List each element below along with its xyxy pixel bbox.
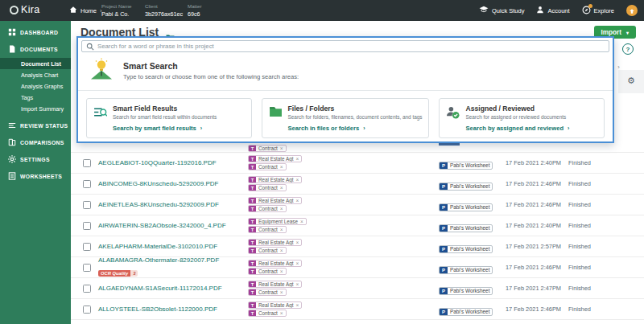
row-checkbox[interactable]: [83, 243, 91, 251]
home-link[interactable]: Home ›: [69, 0, 102, 21]
tag-chip[interactable]: TContract×: [248, 145, 287, 152]
tag-remove-icon[interactable]: ×: [295, 240, 301, 245]
client-value: 3b2976ax61ec: [145, 10, 183, 18]
explore-button[interactable]: Explore: [582, 6, 614, 16]
row-checkbox[interactable]: [83, 285, 91, 293]
tag-remove-icon[interactable]: ×: [280, 227, 286, 232]
account-button[interactable]: Account: [536, 6, 569, 15]
row-checkbox[interactable]: [83, 264, 91, 272]
tag-chip[interactable]: TContract×: [248, 289, 287, 296]
tag-chip[interactable]: TReal Estate Agt×: [248, 260, 302, 267]
search-input[interactable]: [97, 43, 605, 50]
tag-chip[interactable]: TReal Estate Agt×: [248, 281, 302, 288]
tag-remove-icon[interactable]: ×: [295, 260, 301, 266]
sidebar-subitem-analysis-graphs[interactable]: Analysis Graphs: [0, 80, 71, 92]
sidebar-item-comparisons[interactable]: COMPARISONS: [0, 134, 71, 151]
sidebar-subitem-import-summary[interactable]: Import Summary: [0, 103, 71, 114]
kira-logo[interactable]: Kira: [10, 4, 39, 15]
search-in-files-link[interactable]: Search in files or folders ›: [288, 125, 423, 132]
row-checkbox[interactable]: [83, 180, 91, 188]
upload-fab-button[interactable]: [626, 5, 638, 16]
tag-remove-icon[interactable]: ×: [280, 248, 286, 253]
document-link[interactable]: ALABAMAGRA-Othermater-8292007.PDF: [98, 256, 248, 264]
document-link[interactable]: ALGAEDYNAM-S1ASecurit-11172014.PDF: [98, 285, 248, 292]
tag-remove-icon[interactable]: ×: [295, 177, 301, 183]
sidebar-subitem-document-list[interactable]: Document List: [0, 58, 71, 69]
card-title: Files / Folders: [288, 105, 423, 113]
card-files-folders[interactable]: Files / Folders Search for folders, file…: [262, 98, 430, 138]
tag-remove-icon[interactable]: ×: [280, 310, 286, 316]
tag-chip[interactable]: TContract×: [248, 226, 287, 233]
sidebar-subitem-analysis-chart[interactable]: Analysis Chart: [0, 69, 71, 80]
card-assigned-reviewed[interactable]: Assigned / Reviewed Search for assigned …: [439, 98, 605, 138]
sidebar-item-worksheets[interactable]: WORKSHEETS: [0, 168, 71, 185]
sidebar-item-label: WORKSHEETS: [20, 174, 62, 179]
sidebar-item-review-status[interactable]: REVIEW STATUS: [0, 117, 71, 134]
row-checkbox[interactable]: [83, 222, 91, 230]
tag-remove-icon[interactable]: ×: [295, 156, 301, 162]
document-link[interactable]: AKELAPHARM-MaterialDe-3102010.PDF: [98, 243, 248, 250]
worksheet-badge[interactable]: PPabi's Worksheet: [439, 245, 493, 253]
tag-chip[interactable]: TReal Estate Agt×: [248, 301, 302, 309]
row-checkbox[interactable]: [83, 159, 91, 167]
tag-remove-icon[interactable]: ×: [295, 302, 301, 308]
worksheet-icon: P: [440, 203, 448, 211]
help-button[interactable]: ?: [622, 43, 634, 55]
tag-remove-icon[interactable]: ×: [280, 164, 286, 170]
worksheet-badge[interactable]: PPabi's Worksheet: [439, 287, 493, 295]
tag-chip[interactable]: TEquipment Lease×: [248, 218, 307, 225]
tag-remove-icon[interactable]: ×: [280, 269, 286, 274]
review-status-icon: [8, 121, 16, 130]
gear-icon: [8, 155, 16, 164]
table-row: AEGLEABIOT-10QQuarter-1192016.PDF TReal …: [71, 153, 644, 174]
tag-chip[interactable]: TContract×: [248, 205, 287, 212]
worksheet-badge[interactable]: PPabi's Worksheet: [439, 266, 493, 274]
tag-chip[interactable]: TReal Estate Agt×: [248, 239, 302, 246]
tag-chip[interactable]: TReal Estate Agt×: [248, 155, 302, 162]
sidebar-subitem-label: Document List: [21, 60, 61, 68]
tag-remove-icon[interactable]: ×: [280, 146, 286, 151]
worksheet-badge[interactable]: PPabi's Worksheet: [439, 203, 493, 211]
tag-chip[interactable]: TReal Estate Agt×: [248, 176, 302, 183]
worksheet-badge[interactable]: PPabi's Worksheet: [439, 162, 493, 170]
tag-chip[interactable]: TContract×: [248, 247, 287, 254]
search-by-assigned-link[interactable]: Search by assigned and reviewed ›: [465, 125, 569, 132]
tag-chip[interactable]: TContract×: [248, 310, 287, 317]
quick-study-button[interactable]: Quick Study: [479, 6, 524, 15]
column-settings-gear-icon[interactable]: ⚙: [627, 76, 635, 86]
top-bar: Kira Home › Project Name Pabi & Co. Clie…: [0, 0, 644, 21]
smart-search-title: Smart Search: [123, 61, 299, 71]
document-link[interactable]: ABINCOMEG-8KUnschedu-5292009.PDF: [98, 180, 248, 187]
worksheet-badge[interactable]: PPabi's Worksheet: [439, 224, 493, 232]
partially-hidden-row: TContract×: [71, 143, 644, 153]
search-by-smart-field-link[interactable]: Search by smart field results ›: [113, 125, 217, 132]
row-date: 17 Feb 2021 2:46PM: [506, 264, 568, 271]
tag-chip[interactable]: TContract×: [248, 184, 287, 191]
tag-remove-icon[interactable]: ×: [300, 219, 306, 224]
tag-remove-icon[interactable]: ×: [280, 206, 286, 211]
person-icon: [536, 6, 544, 15]
sidebar-item-settings[interactable]: SETTINGS: [0, 151, 71, 168]
sidebar-subitem-tags[interactable]: Tags: [0, 92, 71, 103]
document-link[interactable]: AIRWATERIN-SB2AObsole-3242000_4.PDF: [98, 222, 248, 229]
lightbulb-landscape-icon: [89, 58, 114, 84]
row-checkbox[interactable]: [83, 306, 91, 314]
sidebar-item-dashboard[interactable]: DASHBOARD: [0, 24, 71, 41]
main-content: Document List • Pabi & Co. / Import ▾ ? …: [71, 21, 644, 324]
tag-chip[interactable]: TContract×: [248, 163, 287, 170]
worksheet-badge[interactable]: PPabi's Worksheet: [439, 183, 493, 191]
document-link[interactable]: AEINETLEAS-8KUnschedu-5292009.PDF: [98, 201, 248, 208]
tag-remove-icon[interactable]: ×: [295, 198, 301, 203]
matter-value: 69c6: [188, 10, 202, 18]
tag-remove-icon[interactable]: ×: [280, 185, 286, 191]
sidebar-item-documents[interactable]: DOCUMENTS: [0, 41, 71, 58]
document-link[interactable]: ALLOYSTEEL-SB2Obsolet-1122000.PDF: [98, 306, 248, 313]
document-link[interactable]: AEGLEABIOT-10QQuarter-1192016.PDF: [98, 159, 248, 166]
tag-chip[interactable]: TReal Estate Agt×: [248, 197, 302, 204]
tag-chip[interactable]: TContract×: [248, 268, 287, 275]
worksheet-badge[interactable]: PPabi's Worksheet: [439, 308, 493, 316]
tag-remove-icon[interactable]: ×: [295, 281, 301, 287]
tag-remove-icon[interactable]: ×: [280, 289, 286, 295]
row-checkbox[interactable]: [83, 201, 91, 209]
card-smart-field-results[interactable]: Smart Field Results Search for smart fie…: [86, 98, 252, 138]
